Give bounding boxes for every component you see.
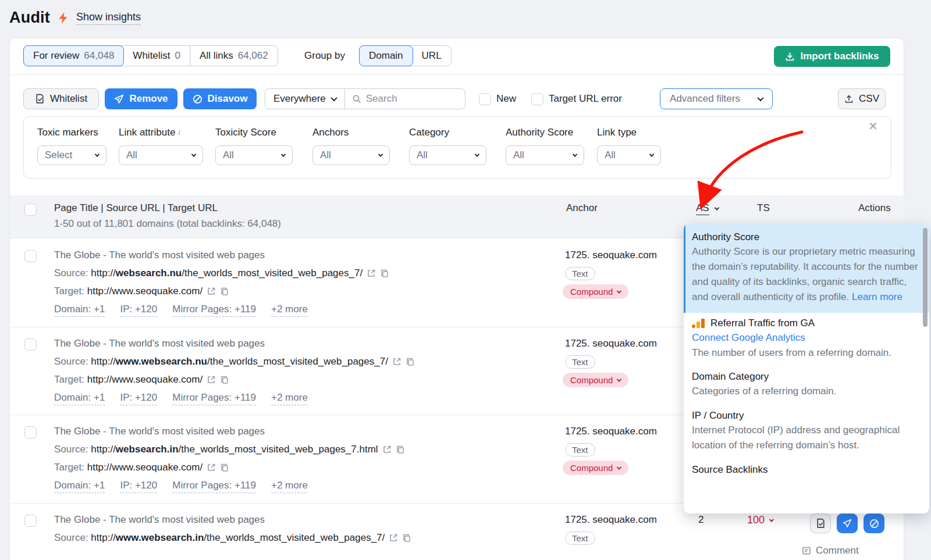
stat-mirror-pages-link[interactable]: Mirror Pages: +119 (172, 392, 256, 405)
stat-ip-link[interactable]: IP: +120 (120, 304, 157, 317)
filter-label-category: Category (409, 127, 449, 138)
category-select[interactable]: All (409, 145, 486, 165)
row-disavow-button[interactable] (864, 513, 884, 533)
copy-icon[interactable] (220, 375, 229, 384)
toxicity-score-select[interactable]: All (215, 145, 293, 165)
toxic-markers-select[interactable]: Select (37, 145, 106, 165)
compound-badge[interactable]: Compound (563, 373, 628, 387)
link-type-select[interactable]: All (597, 145, 661, 165)
stat-domain-link[interactable]: Domain: +1 (54, 304, 105, 317)
item-body: The number of users from a referring dom… (692, 345, 921, 361)
copy-icon[interactable] (402, 533, 411, 543)
disavow-button[interactable]: Disavow (183, 88, 257, 109)
learn-more-link[interactable]: Learn more (852, 291, 902, 302)
show-insights-link[interactable]: Show insights (76, 11, 141, 25)
advanced-filters-label: Advanced filters (670, 93, 740, 105)
target-url-error-label: Target URL error (549, 93, 622, 105)
close-icon[interactable]: ✕ (868, 119, 878, 133)
chevron-down-icon (617, 288, 621, 293)
chevron-down-icon (573, 152, 577, 156)
copy-icon[interactable] (220, 463, 229, 472)
stat-more-link[interactable]: +2 more (271, 304, 308, 317)
info-icon[interactable]: i (178, 128, 180, 137)
row-title: The Globe - The world's most visited web… (54, 514, 265, 526)
dropdown-scrollbar[interactable] (923, 228, 928, 327)
target-url-error-checkbox[interactable] (531, 93, 543, 105)
external-link-icon[interactable] (207, 463, 216, 472)
page-title: Audit (9, 9, 50, 27)
link-attribute-select[interactable]: All (119, 145, 203, 165)
select-all-checkbox[interactable] (24, 204, 37, 216)
item-title: Domain Category (692, 370, 921, 384)
dropdown-item-domain-category[interactable]: Domain Category Categories of a referrin… (684, 361, 929, 399)
stat-domain-link[interactable]: Domain: +1 (54, 480, 105, 493)
tab-all-links[interactable]: All links 64,062 (190, 46, 278, 66)
external-link-icon[interactable] (382, 445, 392, 454)
row-checkbox[interactable] (24, 515, 37, 527)
dropdown-item-source-backlinks[interactable]: Source Backlinks (684, 453, 929, 477)
new-checkbox[interactable] (479, 93, 491, 105)
target-label: Target: (54, 462, 84, 473)
search-combo: Everywhere Search (265, 88, 466, 109)
copy-icon[interactable] (406, 357, 415, 366)
item-body: Categories of a referring domain. (692, 384, 921, 399)
tab-whitelist[interactable]: Whitelist 0 (123, 46, 190, 66)
search-input[interactable]: Search (345, 89, 465, 109)
compound-badge[interactable]: Compound (563, 284, 628, 299)
column-header-anchor: Anchor (566, 202, 598, 214)
ts-value[interactable]: 100 (747, 514, 773, 526)
authority-score-select[interactable]: All (506, 145, 584, 165)
tab-count: 64,062 (238, 50, 268, 62)
search-scope-dropdown[interactable]: Everywhere (265, 89, 345, 109)
dropdown-item-referral-traffic[interactable]: Referral Traffic from GA Connect Google … (684, 313, 929, 361)
copy-icon[interactable] (220, 287, 229, 296)
compound-badge[interactable]: Compound (563, 461, 628, 475)
stat-more-link[interactable]: +2 more (271, 480, 308, 493)
anchors-select[interactable]: All (312, 145, 390, 165)
target-label: Target: (54, 286, 84, 297)
stat-more-link[interactable]: +2 more (271, 392, 308, 405)
row-checkbox[interactable] (24, 250, 37, 262)
advanced-filters-button[interactable]: Advanced filters (660, 88, 773, 109)
table-header-summary: 1-50 out of 11,801 domains (total backli… (54, 218, 281, 230)
remove-button[interactable]: Remove (105, 88, 177, 109)
stat-mirror-pages-link[interactable]: Mirror Pages: +119 (172, 480, 256, 493)
row-whitelist-button[interactable] (810, 513, 831, 533)
chevron-down-icon (757, 95, 763, 101)
dropdown-item-ip-country[interactable]: IP / Country Internet Protocol (IP) addr… (684, 399, 929, 453)
whitelist-button[interactable]: Whitelist (23, 88, 99, 109)
dropdown-item-authority-score[interactable]: Authority Score Authority Score is our p… (684, 223, 929, 313)
item-title: Source Backlinks (692, 463, 921, 477)
external-link-icon[interactable] (207, 287, 216, 296)
csv-export-button[interactable]: CSV (838, 88, 886, 109)
copy-icon[interactable] (380, 269, 389, 278)
row-checkbox[interactable] (24, 338, 37, 351)
stat-ip-link[interactable]: IP: +120 (120, 392, 157, 405)
text-badge: Text (565, 443, 595, 456)
import-backlinks-button[interactable]: Import backlinks (774, 46, 890, 67)
stat-mirror-pages-link[interactable]: Mirror Pages: +119 (172, 304, 256, 317)
stat-ip-link[interactable]: IP: +120 (120, 480, 157, 493)
external-link-icon[interactable] (207, 375, 216, 384)
connect-ga-link[interactable]: Connect Google Analytics (692, 332, 805, 343)
external-link-icon[interactable] (389, 533, 398, 543)
item-title: IP / Country (692, 409, 921, 423)
as-value: 2 (698, 514, 703, 526)
tab-for-review[interactable]: For review 64,048 (23, 45, 124, 66)
group-by-domain[interactable]: Domain (359, 45, 413, 66)
group-by-url[interactable]: URL (413, 46, 451, 66)
tab-label: For review (33, 50, 79, 62)
item-title: Referral Traffic from GA (710, 316, 815, 330)
google-analytics-icon (692, 319, 705, 328)
row-remove-button[interactable] (837, 513, 858, 533)
disavow-icon (869, 519, 879, 529)
stat-domain-link[interactable]: Domain: +1 (54, 392, 105, 405)
chevron-down-icon (475, 152, 479, 156)
comment-button[interactable]: Comment (802, 545, 859, 557)
external-link-icon[interactable] (392, 357, 401, 366)
filter-label-link-attribute: Link attributei (119, 127, 180, 138)
row-checkbox[interactable] (24, 426, 37, 438)
external-link-icon[interactable] (367, 269, 376, 278)
copy-icon[interactable] (396, 445, 405, 454)
item-body: Internet Protocol (IP) address and geogr… (692, 423, 921, 453)
